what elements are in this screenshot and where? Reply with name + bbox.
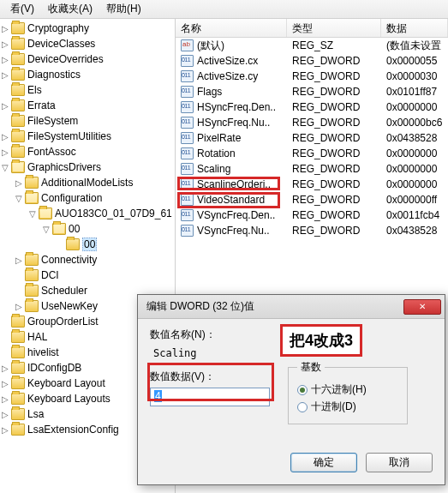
registry-value-row[interactable]: FlagsREG_DWORD0x0101ff87 (176, 84, 448, 99)
registry-value-row[interactable]: VSyncFreq.Nu..REG_DWORD0x0438528 (176, 223, 448, 238)
tree-item[interactable]: ▷AdditionalModeLists (0, 175, 175, 190)
dword-value-icon (181, 55, 194, 67)
folder-icon (11, 161, 25, 173)
tree-item[interactable]: FileSystem (0, 113, 175, 129)
tree-toggle-icon[interactable]: ▷ (0, 410, 10, 419)
folder-icon (25, 285, 39, 297)
tree-toggle-icon[interactable]: ▷ (0, 147, 10, 157)
value-data: 0x0101ff87 (381, 86, 448, 98)
value-type: REG_DWORD (287, 101, 381, 113)
registry-value-row[interactable]: (默认)REG_SZ(数值未设置 (176, 38, 448, 53)
column-name[interactable]: 名称 (176, 19, 287, 37)
folder-icon (25, 192, 39, 204)
tree-item[interactable]: 00 (0, 237, 175, 252)
column-type[interactable]: 类型 (287, 19, 381, 37)
tree-item[interactable]: ▷Diagnostics (0, 67, 175, 82)
tree-item[interactable]: ▷FontAssoc (0, 144, 175, 159)
tree-item[interactable]: ▷DeviceOverrides (0, 51, 175, 67)
dword-value-icon (181, 70, 194, 82)
radio-dec-label: 十进制(D) (311, 400, 356, 414)
close-icon[interactable]: ✕ (403, 299, 441, 315)
tree-toggle-icon[interactable]: ▷ (0, 101, 10, 111)
tree-item[interactable]: ▽00 (0, 221, 175, 237)
tree-item[interactable]: ▽GraphicsDrivers (0, 159, 175, 175)
menu-help[interactable]: 帮助(H) (99, 2, 148, 16)
tree-item[interactable]: Els (0, 82, 175, 98)
tree-item-label: Lsa (27, 408, 44, 420)
value-data: 0x0011fcb4 (381, 209, 448, 221)
folder-icon (11, 377, 25, 389)
value-name: VSyncFreq.Den.. (197, 209, 275, 221)
folder-icon (11, 346, 25, 358)
registry-value-row[interactable]: RotationREG_DWORD0x0000000 (176, 146, 448, 161)
folder-icon (25, 254, 39, 266)
value-type: REG_DWORD (287, 117, 381, 129)
radio-dec[interactable]: 十进制(D) (297, 400, 398, 414)
tree-item[interactable]: ▷Cryptography (0, 21, 175, 36)
tree-item-label: DCI (41, 269, 59, 281)
tree-toggle-icon[interactable]: ▷ (14, 302, 24, 311)
radio-icon (297, 385, 308, 395)
value-data: 0x0000055 (381, 55, 448, 67)
registry-value-row[interactable]: VSyncFreq.Den..REG_DWORD0x0011fcb4 (176, 207, 448, 223)
tree-item-label: DeviceClasses (27, 38, 95, 50)
ok-button[interactable]: 确定 (290, 453, 357, 472)
value-type: REG_DWORD (287, 225, 381, 237)
registry-value-row[interactable]: ActiveSize.cyREG_DWORD0x0000030 (176, 69, 448, 84)
value-type: REG_DWORD (287, 178, 381, 190)
value-data-input[interactable]: 4 (150, 388, 270, 406)
tree-toggle-icon[interactable]: ▷ (0, 425, 10, 435)
dword-value-icon (181, 117, 194, 129)
folder-icon (11, 38, 25, 50)
folder-icon (25, 269, 39, 281)
menu-view[interactable]: 看(V) (3, 2, 41, 16)
tree-toggle-icon[interactable]: ▷ (0, 364, 10, 373)
tree-item-label: 00 (82, 237, 97, 251)
tree-item[interactable]: ▷FileSystemUtilities (0, 129, 175, 144)
dialog-titlebar[interactable]: 编辑 DWORD (32 位)值 ✕ (138, 295, 445, 319)
tree-item[interactable]: ▷Errata (0, 98, 175, 113)
tree-toggle-icon[interactable]: ▽ (14, 194, 24, 203)
tree-toggle-icon[interactable]: ▷ (0, 70, 10, 80)
tree-item-label: DeviceOverrides (27, 53, 104, 65)
tree-toggle-icon[interactable]: ▷ (0, 394, 10, 404)
tree-toggle-icon[interactable]: ▽ (27, 209, 38, 219)
tree-item-label: FontAssoc (27, 146, 76, 158)
folder-icon (11, 146, 25, 158)
folder-icon (11, 99, 25, 111)
tree-item[interactable]: ▽AUO183C0_01_07D9_61 (0, 206, 175, 221)
value-data: 0x0000000 (381, 163, 448, 175)
registry-value-row[interactable]: VideoStandardREG_DWORD0x000000ff (176, 192, 448, 207)
column-data[interactable]: 数据 (381, 19, 448, 37)
menu-favorites[interactable]: 收藏夹(A) (41, 2, 99, 16)
tree-item[interactable]: ▷DeviceClasses (0, 36, 175, 51)
tree-toggle-icon[interactable]: ▽ (41, 225, 51, 234)
tree-toggle-icon[interactable]: ▷ (0, 24, 10, 33)
registry-value-row[interactable]: ScanlineOrderi..REG_DWORD0x0000000 (176, 177, 448, 192)
cancel-button[interactable]: 取消 (366, 453, 433, 472)
registry-value-row[interactable]: PixelRateREG_DWORD0x0438528 (176, 130, 448, 146)
tree-item-label: FileSystem (27, 115, 78, 127)
tree-toggle-icon[interactable]: ▷ (14, 178, 24, 188)
tree-toggle-icon[interactable]: ▷ (14, 256, 24, 265)
tree-toggle-icon[interactable]: ▷ (0, 379, 10, 388)
registry-value-row[interactable]: ScalingREG_DWORD0x0000000 (176, 161, 448, 177)
folder-icon (11, 408, 25, 420)
value-type: REG_DWORD (287, 70, 381, 82)
registry-value-row[interactable]: HSyncFreq.Den..REG_DWORD0x0000000 (176, 99, 448, 115)
tree-toggle-icon[interactable]: ▷ (0, 55, 10, 64)
tree-item[interactable]: ▽Configuration (0, 190, 175, 206)
tree-toggle-icon[interactable]: ▷ (0, 132, 10, 141)
registry-value-row[interactable]: HSyncFreq.Nu..REG_DWORD0x00000bc6 (176, 115, 448, 130)
tree-toggle-icon[interactable]: ▽ (0, 163, 10, 172)
tree-toggle-icon[interactable]: ▷ (0, 39, 10, 49)
tree-item-label: Keyboard Layout (27, 377, 105, 389)
tree-item-label: hivelist (27, 346, 59, 358)
tree-item[interactable]: DCI (0, 268, 175, 283)
folder-icon (39, 207, 52, 219)
registry-value-row[interactable]: ActiveSize.cxREG_DWORD0x0000055 (176, 53, 448, 69)
value-data: 0x0000000 (381, 147, 448, 159)
tree-item[interactable]: ▷Connectivity (0, 252, 175, 268)
radio-hex[interactable]: 十六进制(H) (297, 382, 398, 397)
value-name: ScanlineOrderi.. (197, 178, 271, 190)
